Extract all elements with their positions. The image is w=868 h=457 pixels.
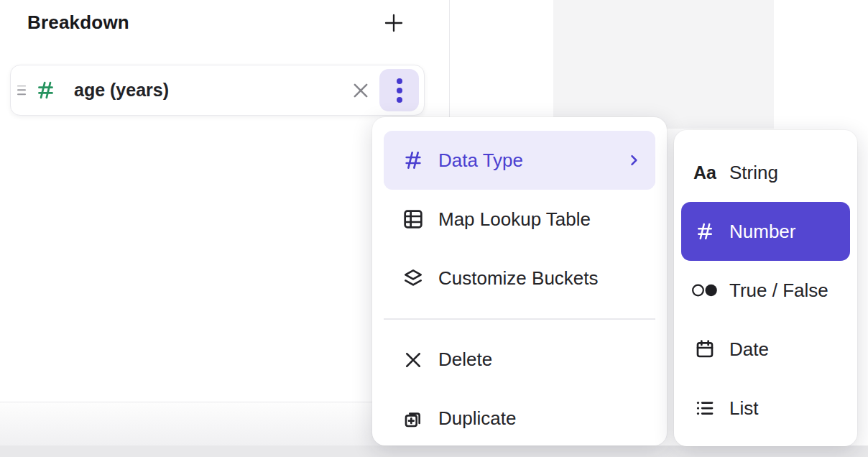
submenu-item-date[interactable]: Date — [681, 320, 850, 379]
menu-item-customize-buckets[interactable]: Customize Buckets — [384, 249, 655, 308]
data-type-submenu: Aa String Number True / False — [674, 130, 857, 446]
submenu-item-label: List — [729, 397, 758, 420]
submenu-item-number[interactable]: Number — [681, 202, 850, 261]
table-icon — [400, 208, 427, 231]
number-hash-icon — [691, 221, 719, 242]
add-breakdown-button[interactable] — [381, 10, 407, 36]
delete-x-icon — [400, 349, 427, 371]
drag-handle-icon[interactable] — [14, 83, 29, 98]
menu-item-label: Customize Buckets — [438, 267, 599, 290]
chevron-right-icon — [627, 153, 641, 167]
page-title: Breakdown — [27, 11, 129, 34]
kebab-menu-icon — [397, 78, 402, 84]
menu-item-data-type[interactable]: Data Type — [384, 131, 655, 190]
chart-placeholder — [553, 0, 774, 129]
submenu-item-label: String — [729, 162, 778, 184]
menu-item-delete[interactable]: Delete — [384, 331, 655, 389]
copy-plus-icon — [400, 407, 427, 430]
string-aa-icon: Aa — [691, 162, 719, 183]
submenu-item-list[interactable]: List — [681, 379, 850, 438]
menu-item-label: Map Lookup Table — [438, 208, 591, 231]
breakdown-editor: Breakdown age (years) — [0, 0, 868, 457]
menu-item-map-lookup-table[interactable]: Map Lookup Table — [384, 190, 655, 249]
stack-icon — [400, 267, 427, 290]
calendar-icon — [691, 338, 719, 361]
field-context-menu: Data Type Map Lookup Table — [372, 117, 667, 446]
number-type-icon — [34, 79, 57, 101]
submenu-item-true-false[interactable]: True / False — [681, 261, 850, 320]
boolean-circles-icon — [691, 281, 719, 300]
page-backdrop — [0, 446, 868, 457]
submenu-item-label: True / False — [729, 280, 828, 302]
plus-icon — [382, 11, 405, 34]
submenu-item-string[interactable]: Aa String — [681, 143, 850, 202]
list-icon — [691, 397, 719, 419]
menu-item-label: Delete — [438, 348, 492, 371]
submenu-item-label: Date — [729, 338, 769, 361]
remove-field-button[interactable] — [346, 76, 375, 105]
menu-divider — [384, 318, 655, 320]
breakdown-field-card[interactable]: age (years) — [10, 65, 425, 116]
menu-item-label: Duplicate — [438, 407, 516, 430]
menu-item-label: Data Type — [438, 149, 523, 172]
field-options-button[interactable] — [379, 69, 419, 111]
close-icon — [351, 80, 371, 101]
menu-item-duplicate[interactable]: Duplicate — [384, 389, 655, 446]
field-name: age (years) — [74, 80, 169, 101]
submenu-item-label: Number — [729, 221, 795, 243]
hash-icon — [400, 149, 427, 172]
